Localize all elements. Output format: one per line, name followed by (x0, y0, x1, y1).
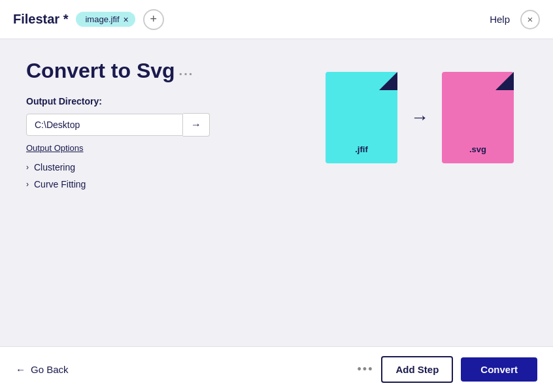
file-tag: image.jfif × (76, 12, 135, 27)
option-clustering[interactable]: › Clustering (26, 162, 527, 172)
chevron-right-icon: › (26, 163, 29, 172)
convert-button[interactable]: Convert (461, 357, 537, 382)
chevron-right-icon-2: › (26, 180, 29, 189)
target-file-card: .svg (442, 72, 514, 163)
directory-input-row: → (26, 113, 222, 137)
source-file-card: .jfif (326, 72, 397, 163)
header: Filestar * image.jfif × + Help × (0, 0, 553, 39)
more-options-button[interactable]: ••• (358, 363, 374, 376)
arrow-connector: → (411, 107, 429, 128)
source-file-ext: .jfif (355, 144, 368, 154)
directory-input[interactable] (26, 114, 183, 136)
file-tag-label: image.jfif (85, 14, 119, 24)
file-tag-close-icon[interactable]: × (124, 15, 129, 24)
footer: ← Go Back ••• Add Step Convert (0, 346, 553, 392)
add-step-button[interactable]: Add Step (381, 356, 453, 383)
add-file-button[interactable]: + (143, 9, 164, 30)
target-file-ext: .svg (469, 144, 486, 154)
footer-right: ••• Add Step Convert (358, 356, 537, 383)
main-content: Convert to Svg ... Output Directory: → O… (0, 39, 553, 346)
source-file-corner (379, 72, 397, 90)
page-title-text: Convert to Svg (26, 59, 175, 83)
go-back-label: Go Back (31, 364, 69, 375)
option-curve-fitting-label: Curve Fitting (34, 179, 86, 189)
go-back-arrow-icon: ← (16, 364, 25, 375)
output-options-link[interactable]: Output Options (26, 143, 83, 153)
close-button[interactable]: × (520, 10, 540, 29)
header-left: Filestar * image.jfif × + (13, 9, 164, 30)
option-curve-fitting[interactable]: › Curve Fitting (26, 179, 527, 189)
help-link[interactable]: Help (490, 14, 510, 25)
option-clustering-label: Clustering (34, 162, 75, 172)
go-back-button[interactable]: ← Go Back (16, 364, 69, 375)
directory-browse-button[interactable]: → (183, 113, 210, 137)
conversion-illustration: .jfif → .svg (326, 72, 514, 163)
header-right: Help × (490, 10, 540, 29)
title-dots: ... (179, 63, 194, 78)
target-file-corner (495, 72, 514, 90)
app-title: Filestar * (13, 12, 68, 27)
options-list: › Clustering › Curve Fitting (26, 162, 527, 189)
